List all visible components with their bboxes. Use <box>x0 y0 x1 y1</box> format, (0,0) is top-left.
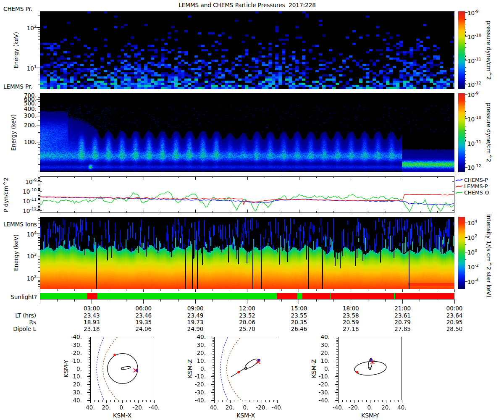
tick-mark <box>38 258 40 258</box>
tick-mark <box>38 271 40 272</box>
ephemeris-value: 23.55 <box>286 312 312 319</box>
tick-mark <box>38 112 40 113</box>
legend-line-chems-p-icon <box>455 178 463 182</box>
tick-mark <box>465 71 466 72</box>
tick-mark <box>465 27 466 27</box>
sunlight-segment-lit <box>40 293 87 299</box>
tick-mark <box>38 80 40 80</box>
tick-mark <box>465 162 466 162</box>
ephemeris-value: 28.50 <box>442 326 467 332</box>
tick-mark <box>38 84 40 84</box>
orbit-y-tick-label: -20. <box>63 349 82 356</box>
tick-mark <box>402 289 403 292</box>
figure-title: LEMMS and CHEMS Particle Pressures 2017:… <box>40 2 454 8</box>
tick-mark <box>230 289 230 291</box>
orbit-x-tick-label: 40. <box>391 404 413 411</box>
tick-mark <box>465 115 466 115</box>
tick-mark <box>38 257 40 257</box>
tick-mark <box>465 29 466 29</box>
tick-mark <box>437 289 437 291</box>
orbit-y-tick-label: -10. <box>187 373 206 380</box>
orbit-y-tick-label: -30. <box>187 389 206 396</box>
orbit-y-tick-label: -10. <box>63 357 82 364</box>
tick-mark <box>109 289 109 291</box>
tick-mark <box>38 106 40 107</box>
tick-mark <box>38 39 40 40</box>
tick-mark <box>264 289 265 291</box>
tick-mark <box>38 181 40 181</box>
tick-mark <box>38 237 40 238</box>
sunlight-segment-lit <box>97 293 277 299</box>
axis-label-pressure: P dyn/cm^2 <box>3 175 9 215</box>
legend-item-chems-p: CHEMS-P <box>455 177 488 183</box>
lemms-ion-spectrogram <box>40 217 454 289</box>
tick-mark <box>38 200 40 200</box>
time-tick-label: 03:00 <box>79 305 104 312</box>
tick-mark <box>37 104 40 104</box>
orbit-y-tick-label: 20. <box>187 349 206 356</box>
tick-mark <box>160 299 161 302</box>
ephemeris-value: 25.70 <box>235 326 260 332</box>
tick-mark <box>38 147 40 148</box>
tick-mark <box>454 289 455 292</box>
orbit-y-tick-label: 20. <box>63 381 82 388</box>
colorbar-ion-intensity <box>458 217 465 289</box>
orbit-y-tick-label: 0. <box>187 365 206 372</box>
ephemeris-value: 20.59 <box>338 319 363 326</box>
tick-mark <box>37 201 40 201</box>
ephemeris-value: 23.43 <box>79 312 104 319</box>
tick-mark <box>213 289 213 291</box>
y-tick-label: 400. <box>15 105 37 112</box>
tick-mark <box>368 289 368 291</box>
tick-mark <box>38 235 40 235</box>
tick-mark <box>38 29 40 30</box>
tick-mark <box>38 120 40 121</box>
tick-mark <box>351 289 351 292</box>
tick-mark <box>465 59 466 60</box>
legend-label-chems-p: CHEMS-P <box>464 177 488 183</box>
tick-mark <box>299 289 299 292</box>
tick-mark <box>126 289 126 291</box>
colorbar-tick-label: 100 <box>467 248 487 256</box>
tick-mark <box>38 240 40 241</box>
tick-mark <box>92 299 92 304</box>
tick-mark <box>38 261 40 261</box>
axis-label-energy-chems: Energy (keV) <box>13 11 19 89</box>
tick-mark <box>160 289 161 291</box>
tick-mark <box>465 47 466 48</box>
sunlight-strip <box>40 293 454 299</box>
tick-mark <box>316 299 317 302</box>
colorbar-unit-label-1: pressure dyne/cm^2 <box>486 11 492 89</box>
tick-mark <box>38 259 40 260</box>
tick-mark <box>38 279 40 279</box>
tick-mark <box>465 140 466 141</box>
time-tick-label: 12:00 <box>235 305 260 312</box>
tick-mark <box>465 244 466 245</box>
tick-mark <box>38 187 40 187</box>
tick-mark <box>38 206 40 207</box>
ephemeris-value: 23.61 <box>390 312 415 319</box>
tick-mark <box>333 289 334 291</box>
time-tick-label: 21:00 <box>390 305 415 312</box>
panel-label-lemms-ions: LEMMS Ions <box>3 221 37 228</box>
tick-mark <box>40 289 40 292</box>
tick-mark <box>38 44 40 44</box>
tick-mark <box>109 299 109 302</box>
orbit3-xlabel: KSM-Y <box>338 412 402 419</box>
tick-mark <box>247 299 247 304</box>
orbit-y-tick-label: 0. <box>63 365 82 372</box>
orbit-plot-ksmy-ksmz <box>333 332 407 405</box>
colorbar-tick-label: 10-11 <box>467 139 487 147</box>
tick-mark <box>465 230 466 230</box>
sunlight-segment-dark <box>302 293 329 299</box>
tick-mark <box>38 132 40 133</box>
time-tick-label: 00:00 <box>442 305 467 312</box>
tick-mark <box>38 32 40 32</box>
tick-mark <box>143 299 144 304</box>
tick-mark <box>38 72 40 72</box>
time-tick-label: 18:00 <box>338 305 363 312</box>
orbit-y-tick-label: -40. <box>63 333 82 340</box>
tick-mark <box>38 56 40 56</box>
tick-mark <box>465 80 466 81</box>
tick-mark <box>38 151 40 151</box>
